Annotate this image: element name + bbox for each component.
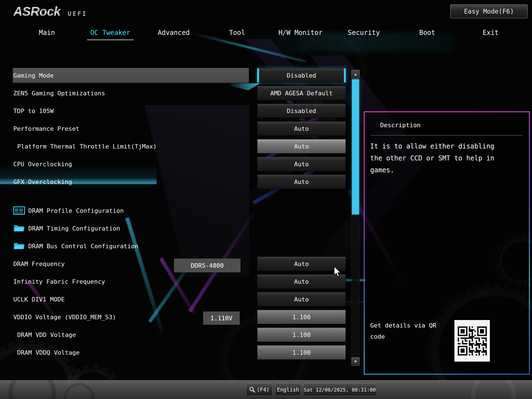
tab-oc-tweaker[interactable]: OC Tweaker — [79, 27, 142, 42]
description-divider — [370, 135, 523, 135]
setting-label: Infinity Fabric Frequency — [0, 278, 105, 285]
language-button[interactable]: English — [275, 383, 301, 396]
scrollbar-thumb[interactable] — [352, 79, 359, 214]
setting-row-tjmax[interactable]: Platform Thermal Throttle Limit(TjMax) A… — [0, 137, 351, 155]
scroll-down-button[interactable]: ▼ — [351, 357, 360, 366]
datetime-text: Sat 12/06/2025, 08:31:00 — [304, 387, 376, 393]
qr-pattern — [458, 326, 487, 355]
tab-tool[interactable]: Tool — [205, 27, 269, 42]
setting-label: Performance Preset — [0, 125, 79, 132]
value-button-tdp[interactable]: Disabled — [257, 104, 346, 118]
value-button-infinity-fabric[interactable]: Auto — [257, 274, 346, 289]
chevron-down-icon: ▼ — [354, 360, 357, 363]
setting-label: ZEN5 Gaming Optimizations — [0, 90, 105, 97]
submenu-dram-profile-configuration[interactable]: DRAM Profile Configuration — [0, 202, 351, 219]
setting-row-infinity-fabric-frequency[interactable]: Infinity Fabric Frequency Auto — [0, 273, 351, 290]
description-title: Description — [380, 122, 529, 129]
setting-row-dram-vddq-voltage[interactable]: DRAM VDDQ Voltage 1.100 — [0, 344, 351, 361]
value-button-tjmax[interactable]: Auto — [257, 139, 346, 154]
setting-row-dram-vdd-voltage[interactable]: DRAM VDD Voltage 1.100 — [0, 326, 351, 344]
asrock-logo: ASRock UEFI — [13, 4, 87, 19]
submenu-label: DRAM Profile Configuration — [28, 207, 124, 214]
submenu-dram-timing-configuration[interactable]: DRAM Timing Configuration — [0, 219, 351, 237]
selected-row-highlight: Gaming Mode — [13, 68, 249, 83]
search-button[interactable]: (F4) — [246, 383, 273, 396]
setting-label: DRAM VDDQ Voltage — [0, 349, 80, 356]
submenu-label: DRAM Bus Control Configuration — [28, 243, 138, 250]
value-button-dram-vdd[interactable]: 1.100 — [257, 328, 346, 342]
setting-row-vddio-voltage[interactable]: VDDIO Voltage (VDDIO_MEM_S3) 1.100 — [0, 308, 351, 326]
uefi-bios-screen: ASRock UEFI Easy Mode(F6) Main OC Tweake… — [0, 0, 532, 399]
qr-caption: Get details via QR code — [370, 320, 445, 342]
row-gap — [0, 191, 351, 202]
value-button-gaming-mode[interactable]: Disabled — [257, 68, 346, 83]
tab-exit[interactable]: Exit — [459, 27, 522, 42]
dram-frequency-current-badge: DDR5-4800 — [174, 259, 241, 272]
setting-label: TDP to 105W — [0, 108, 54, 114]
uefi-label: UEFI — [68, 11, 87, 17]
setting-row-gaming-mode[interactable]: Gaming Mode Disabled — [0, 66, 351, 84]
folder-icon — [13, 224, 25, 233]
chevron-up-icon: ▲ — [354, 72, 357, 76]
value-button-uclk[interactable]: Auto — [257, 292, 346, 306]
setting-label: UCLK DIV1 MODE — [0, 296, 65, 303]
dram-modules-icon — [13, 206, 25, 215]
value-button-dram-frequency[interactable]: Auto — [257, 257, 346, 271]
value-button-vddio[interactable]: 1.100 — [257, 310, 346, 324]
scrollbar[interactable]: ▲ ▼ — [351, 70, 360, 366]
submenu-label: DRAM Timing Configuration — [28, 225, 120, 232]
language-label: English — [277, 387, 299, 393]
settings-list: Gaming Mode Disabled ZEN5 Gaming Optimiz… — [0, 66, 351, 361]
value-button-gfx-oc[interactable]: Auto — [257, 175, 346, 189]
setting-label: Platform Thermal Throttle Limit(TjMax) — [0, 143, 157, 150]
footer-bar: (F4) English Sat 12/06/2025, 08:31:00 — [0, 380, 532, 399]
tab-boot[interactable]: Boot — [396, 27, 459, 42]
setting-row-performance-preset[interactable]: Performance Preset Auto — [0, 120, 351, 137]
value-button-zen5[interactable]: AMD AGESA Default — [257, 86, 346, 100]
header: ASRock UEFI Easy Mode(F6) — [0, 0, 532, 27]
scroll-up-button[interactable]: ▲ — [351, 70, 360, 78]
tab-hw-monitor[interactable]: H/W Monitor — [269, 27, 332, 42]
submenu-dram-bus-control-configuration[interactable]: DRAM Bus Control Configuration — [0, 237, 351, 255]
easy-mode-label: Easy Mode(F6) — [464, 8, 514, 15]
tab-security[interactable]: Security — [332, 27, 396, 42]
value-button-cpu-oc[interactable]: Auto — [257, 157, 346, 171]
folder-icon — [13, 241, 25, 251]
setting-label: DRAM Frequency — [0, 260, 65, 267]
easy-mode-button[interactable]: Easy Mode(F6) — [450, 4, 528, 18]
setting-row-gfx-overclocking[interactable]: GFX Overclocking Auto — [0, 173, 351, 191]
tab-main[interactable]: Main — [15, 27, 79, 42]
search-hotkey-label: (F4) — [257, 387, 270, 393]
datetime-display: Sat 12/06/2025, 08:31:00 — [303, 383, 377, 396]
setting-label: CPU Overclocking — [0, 161, 72, 168]
brand-text: ASRock — [13, 4, 60, 19]
setting-row-uclk-div1-mode[interactable]: UCLK DIV1 MODE Auto — [0, 290, 351, 308]
search-icon — [249, 387, 255, 393]
vddio-current-badge: 1.110V — [203, 311, 240, 325]
setting-row-tdp-105w[interactable]: TDP to 105W Disabled — [0, 102, 351, 120]
tab-advanced[interactable]: Advanced — [142, 27, 206, 42]
value-button-dram-vddq[interactable]: 1.100 — [257, 345, 346, 360]
nav-tabs: Main OC Tweaker Advanced Tool H/W Monito… — [15, 27, 522, 42]
setting-label: DRAM VDD Voltage — [0, 331, 76, 338]
description-panel: Description It is to allow either disabl… — [364, 111, 530, 375]
value-button-performance-preset[interactable]: Auto — [257, 121, 346, 136]
setting-row-zen5-gaming-optimizations[interactable]: ZEN5 Gaming Optimizations AMD AGESA Defa… — [0, 84, 351, 102]
setting-label: GFX Overclocking — [0, 178, 72, 185]
setting-row-cpu-overclocking[interactable]: CPU Overclocking Auto — [0, 155, 351, 173]
description-body: It is to allow either disabling the othe… — [370, 140, 500, 176]
setting-label: Gaming Mode — [13, 72, 54, 79]
qr-code — [454, 320, 490, 362]
active-tab-underline — [87, 39, 134, 40]
setting-label: VDDIO Voltage (VDDIO_MEM_S3) — [0, 314, 116, 321]
